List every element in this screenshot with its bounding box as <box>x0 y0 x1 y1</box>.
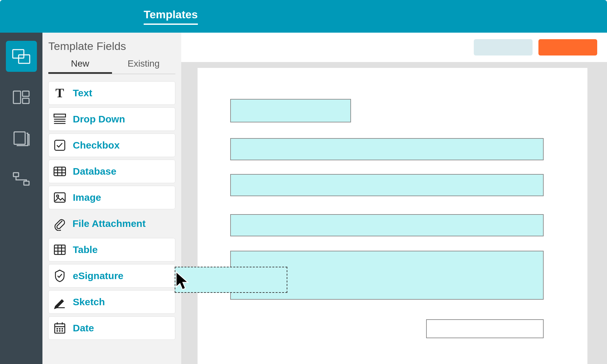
svg-rect-4 <box>23 98 29 103</box>
pages-icon <box>11 130 31 146</box>
field-label: Text <box>73 87 92 99</box>
attachment-icon <box>52 216 67 231</box>
checkbox-icon <box>53 138 67 152</box>
placeholder-field[interactable] <box>230 138 544 160</box>
field-database[interactable]: Database <box>48 160 175 183</box>
cursor-icon <box>174 271 191 293</box>
field-label: Database <box>73 166 116 177</box>
template-canvas[interactable] <box>198 68 587 364</box>
field-label: Drop Down <box>73 114 125 125</box>
svg-rect-5 <box>14 132 25 144</box>
svg-text:T: T <box>56 86 64 100</box>
field-image[interactable]: Image <box>48 186 175 209</box>
text-icon: T <box>53 86 67 100</box>
field-text[interactable]: T Text <box>48 81 175 105</box>
sidebar-title: Template Fields <box>48 40 175 53</box>
sidebar-tabs: New Existing <box>48 58 175 74</box>
workflow-icon <box>11 171 31 187</box>
image-icon <box>53 190 67 205</box>
field-label: Image <box>73 192 101 203</box>
placeholder-field[interactable] <box>426 319 544 338</box>
svg-rect-6 <box>13 173 19 177</box>
field-date[interactable]: Date <box>48 316 175 340</box>
field-label: File Attachment <box>72 218 146 229</box>
field-sketch[interactable]: Sketch <box>48 290 175 314</box>
header-tab-templates[interactable]: Templates <box>144 8 198 25</box>
svg-rect-2 <box>13 91 21 103</box>
templates-icon <box>11 48 31 65</box>
rail-item-templates[interactable] <box>6 41 37 72</box>
svg-point-35 <box>59 331 60 331</box>
placeholder-field[interactable] <box>230 214 544 236</box>
drag-ghost <box>175 267 287 293</box>
field-list: T Text Drop Down <box>48 81 175 340</box>
database-icon <box>53 164 67 179</box>
sketch-icon <box>53 295 67 309</box>
sidebar: Template Fields New Existing T Text <box>42 33 181 364</box>
field-esignature[interactable]: eSignature <box>48 264 175 288</box>
esignature-icon <box>53 269 67 283</box>
table-icon <box>53 243 67 257</box>
tab-existing[interactable]: Existing <box>112 58 176 74</box>
svg-rect-21 <box>55 245 65 255</box>
rail-item-layout[interactable] <box>6 82 37 113</box>
layout-icon <box>11 89 31 105</box>
primary-button[interactable] <box>538 39 597 55</box>
placeholder-field[interactable] <box>230 99 351 122</box>
svg-point-34 <box>57 331 57 331</box>
svg-rect-7 <box>24 181 29 185</box>
field-table[interactable]: Table <box>48 238 175 261</box>
app-header: Templates <box>0 0 607 33</box>
svg-point-20 <box>56 195 59 197</box>
svg-point-36 <box>62 331 63 331</box>
tab-new[interactable]: New <box>48 58 112 74</box>
canvas-wrap <box>181 62 607 364</box>
field-file-attachment[interactable]: File Attachment <box>48 212 175 235</box>
field-dropdown[interactable]: Drop Down <box>48 107 175 131</box>
dropdown-icon <box>53 112 67 126</box>
toolbar <box>181 33 607 62</box>
field-label: Sketch <box>73 296 105 308</box>
svg-rect-9 <box>54 114 65 117</box>
rail-item-workflow[interactable] <box>6 163 37 194</box>
field-checkbox[interactable]: Checkbox <box>48 134 175 157</box>
content-area <box>181 33 607 364</box>
field-label: Checkbox <box>73 140 120 151</box>
placeholder-field[interactable] <box>230 174 544 196</box>
field-label: eSignature <box>73 270 123 281</box>
svg-rect-3 <box>23 91 29 96</box>
date-icon <box>53 321 67 335</box>
svg-point-31 <box>57 328 57 329</box>
nav-rail <box>0 33 42 364</box>
svg-point-33 <box>62 328 63 329</box>
secondary-button[interactable] <box>474 39 533 55</box>
svg-rect-14 <box>54 167 65 176</box>
field-label: Table <box>73 244 98 255</box>
rail-item-pages[interactable] <box>6 122 37 153</box>
field-label: Date <box>73 323 94 334</box>
svg-point-32 <box>59 328 60 329</box>
